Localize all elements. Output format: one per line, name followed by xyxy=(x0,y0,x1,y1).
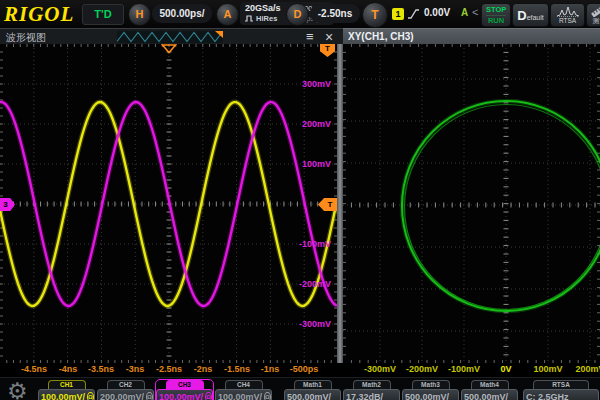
y-label: 300mV xyxy=(302,79,331,89)
rtsa-tab: RTSA xyxy=(533,380,589,389)
default-button[interactable]: Default xyxy=(512,3,549,27)
ch4-tab: CH4 xyxy=(225,380,263,389)
math2-status-box[interactable]: Math2 17.32dB/ xyxy=(343,380,400,400)
x-label: -3.5ns xyxy=(88,364,114,374)
trigger-menu-button[interactable]: T xyxy=(362,2,388,28)
trigger-status-badge: T'D xyxy=(82,4,124,25)
impedance-icon: Ω xyxy=(264,392,271,400)
x-label: -3ns xyxy=(126,364,145,374)
waveform-display-area[interactable]: T T 3 300mV 200mV 100mV -100mV -200mV -3… xyxy=(0,44,337,363)
channel-status-bar: ⚙ CH1 100.00mV/ Ω CH2 200.00mV/ Ω CH3 10… xyxy=(0,377,600,400)
rtsa-freq: C: 2.5GHz xyxy=(526,392,569,400)
xy-display-area[interactable] xyxy=(343,44,600,363)
waveform-view-header: 波形视图 ≡ × xyxy=(0,28,343,45)
impedance-icon: Ω xyxy=(205,392,212,400)
trigger-sweep-auto: A xyxy=(461,7,468,18)
x-label: -1ns xyxy=(261,364,280,374)
horizontal-menu-button[interactable]: H xyxy=(128,3,151,26)
y-label: -300mV xyxy=(299,319,331,329)
x-label: -2.5ns xyxy=(156,364,182,374)
delay-value[interactable]: -2.50ns xyxy=(310,4,360,23)
impedance-icon: Ω xyxy=(87,392,94,400)
x-label: 0V xyxy=(500,364,511,374)
delay-menu-button[interactable]: D xyxy=(286,3,309,26)
ch4-scale: 100.00mV/ xyxy=(218,392,262,400)
square-wave-icon xyxy=(245,15,254,22)
ch2-tab: CH2 xyxy=(107,380,145,389)
xy-view-header: XY(CH1, CH3) xyxy=(343,28,600,45)
ch3-status-box[interactable]: CH3 100.00mV/ Ω xyxy=(156,380,213,400)
math3-scale: 500.00mV/ xyxy=(405,392,449,400)
x-label: -200mV xyxy=(406,364,438,374)
waveform-view-title: 波形视图 xyxy=(6,31,46,45)
xy-view-title: XY(CH1, CH3) xyxy=(348,31,414,42)
y-label: 200mV xyxy=(302,119,331,129)
ch2-scale: 200.00mV/ xyxy=(100,392,144,400)
trigger-level-value[interactable]: 0.00V xyxy=(424,7,450,18)
ch2-status-box[interactable]: CH2 200.00mV/ Ω xyxy=(97,380,154,400)
math2-scale: 17.32dB/ xyxy=(346,392,383,400)
measure-button[interactable]: 测量 xyxy=(586,3,600,27)
run-label: RUN xyxy=(482,16,510,25)
math1-scale: 500.00mV/ xyxy=(287,392,331,400)
ch3-tab: CH3 xyxy=(166,380,204,389)
collapse-chevron-icon[interactable]: < xyxy=(472,6,478,18)
ch1-tab: CH1 xyxy=(48,380,86,389)
oscilloscope-screen: { "topbar": { "logo": "RIGOL", "trigger_… xyxy=(0,0,600,400)
ruler-icon xyxy=(590,5,600,17)
timebase-value[interactable]: 500.00ps/ xyxy=(152,4,212,23)
acq-mode: HiRes xyxy=(245,14,277,23)
impedance-icon: Ω xyxy=(146,392,153,400)
ch1-status-box[interactable]: CH1 100.00mV/ Ω xyxy=(38,380,95,400)
rtsa-button[interactable]: RTSA xyxy=(550,3,585,27)
x-label: -300mV xyxy=(364,364,396,374)
math1-tab: Math1 xyxy=(294,380,332,389)
rising-edge-icon xyxy=(407,8,420,20)
ch3-scale: 100.00mV/ xyxy=(159,392,203,400)
measure-label: 测量 xyxy=(587,17,600,24)
x-label: 100mV xyxy=(533,364,562,374)
gear-icon[interactable]: ⚙ xyxy=(7,378,28,400)
x-label: -4.5ns xyxy=(21,364,47,374)
stop-label: STOP xyxy=(486,5,506,16)
x-label: -1.5ns xyxy=(224,364,250,374)
x-label: -4ns xyxy=(59,364,78,374)
top-status-bar: RIGOL T'D H 500.00ps/ A 20GSa/s HiRes 10… xyxy=(0,0,600,28)
math4-tab: Math4 xyxy=(471,380,509,389)
sample-rate: 20GSa/s xyxy=(245,3,281,13)
waveform-preview-strip[interactable] xyxy=(117,31,223,43)
y-label: -100mV xyxy=(299,239,331,249)
waveform-grid-svg xyxy=(0,44,337,363)
x-label: 200mV xyxy=(575,364,600,374)
acquisition-menu-button[interactable]: A xyxy=(216,3,239,26)
time-axis-labels: -4.5ns-4ns -3.5ns-3ns -2.5ns-2ns -1.5ns-… xyxy=(0,363,337,377)
trigger-source-badge[interactable]: 1 xyxy=(392,8,404,20)
math4-scale: 500.00mV/ xyxy=(464,392,508,400)
rtsa-label: RTSA xyxy=(551,17,584,24)
stop-run-button[interactable]: STOP RUN xyxy=(481,3,511,27)
x-label: -500ps xyxy=(290,364,319,374)
math1-status-box[interactable]: Math1 500.00mV/ xyxy=(284,380,341,400)
xy-axis-labels: -300mV-200mV -100mV0V 100mV200mV xyxy=(343,363,600,377)
x-label: -100mV xyxy=(448,364,480,374)
y-label: 100mV xyxy=(302,159,331,169)
y-label: -200mV xyxy=(299,279,331,289)
math3-status-box[interactable]: Math3 500.00mV/ xyxy=(402,380,459,400)
menu-icon[interactable]: ≡ xyxy=(306,30,314,44)
rtsa-status-box[interactable]: RTSA C: 2.5GHz xyxy=(523,380,599,400)
xy-grid-svg xyxy=(343,44,600,363)
rigol-logo: RIGOL xyxy=(4,2,74,27)
close-icon[interactable]: × xyxy=(325,30,333,44)
math2-tab: Math2 xyxy=(353,380,391,389)
ch4-status-box[interactable]: CH4 100.00mV/ Ω xyxy=(215,380,272,400)
math3-tab: Math3 xyxy=(412,380,450,389)
preview-zigzag xyxy=(117,31,223,43)
trigger-position-icon[interactable] xyxy=(161,44,177,54)
x-label: -2ns xyxy=(194,364,213,374)
ch1-scale: 100.00mV/ xyxy=(41,392,85,400)
math4-status-box[interactable]: Math4 500.00mV/ xyxy=(461,380,518,400)
spectrum-icon xyxy=(556,6,580,17)
